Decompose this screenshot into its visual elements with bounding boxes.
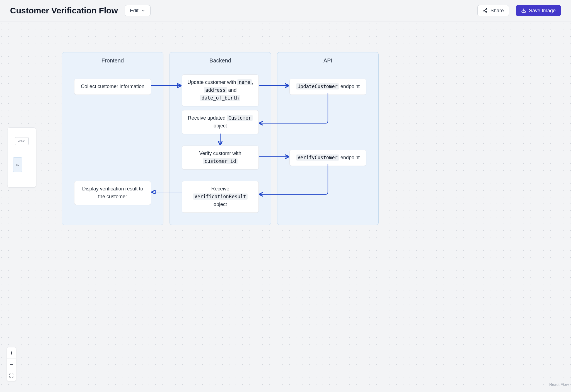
node-collect-info[interactable]: Collect customer information (74, 79, 151, 95)
node-receive-verification[interactable]: Receive VerificationResult object (182, 181, 259, 213)
share-button[interactable]: Share (477, 5, 509, 16)
chevron-down-icon (141, 9, 145, 13)
node-display-result[interactable]: Display verification result to the custo… (74, 181, 151, 205)
svg-line-4 (484, 9, 486, 10)
minus-icon (9, 362, 14, 367)
lane-api[interactable]: API (277, 52, 379, 225)
header: Customer Verification Flow Edit Share Sa… (0, 0, 571, 21)
edit-button[interactable]: Edit (125, 5, 151, 16)
diagram-canvas[interactable]: Frontend Backend API Collect customer in… (0, 21, 571, 388)
attribution-label: React Flow (549, 382, 569, 387)
zoom-controls (7, 347, 16, 381)
fit-view-button[interactable] (7, 370, 16, 381)
edit-button-label: Edit (130, 8, 139, 13)
node-verify-customer[interactable]: Verify customr with customer_id (182, 146, 259, 170)
share-button-label: Share (490, 8, 504, 13)
share-icon (483, 8, 488, 13)
save-image-button[interactable]: Save Image (516, 5, 561, 16)
minimap[interactable]: Action SL (7, 127, 36, 188)
minimap-swimlane-node: SL (13, 157, 22, 172)
fullscreen-icon (9, 373, 14, 378)
node-updatecustomer-endpoint[interactable]: UpdateCustomer endpoint (289, 79, 366, 95)
lane-backend-title: Backend (170, 52, 271, 64)
zoom-out-button[interactable] (7, 359, 16, 370)
plus-icon (9, 351, 14, 355)
download-icon (521, 8, 526, 13)
page-title: Customer Verification Flow (10, 6, 118, 15)
node-verifycustomer-endpoint[interactable]: VerifyCustomer endpoint (289, 150, 366, 166)
node-receive-customer[interactable]: Receive updated Customer object (182, 110, 259, 134)
minimap-action-node: Action (15, 137, 29, 145)
lane-api-title: API (277, 52, 378, 64)
zoom-in-button[interactable] (7, 347, 16, 359)
lane-frontend-title: Frontend (62, 52, 163, 64)
node-update-customer[interactable]: Update customer with name, address and d… (182, 74, 259, 106)
save-image-button-label: Save Image (529, 8, 556, 13)
svg-line-3 (484, 11, 486, 12)
